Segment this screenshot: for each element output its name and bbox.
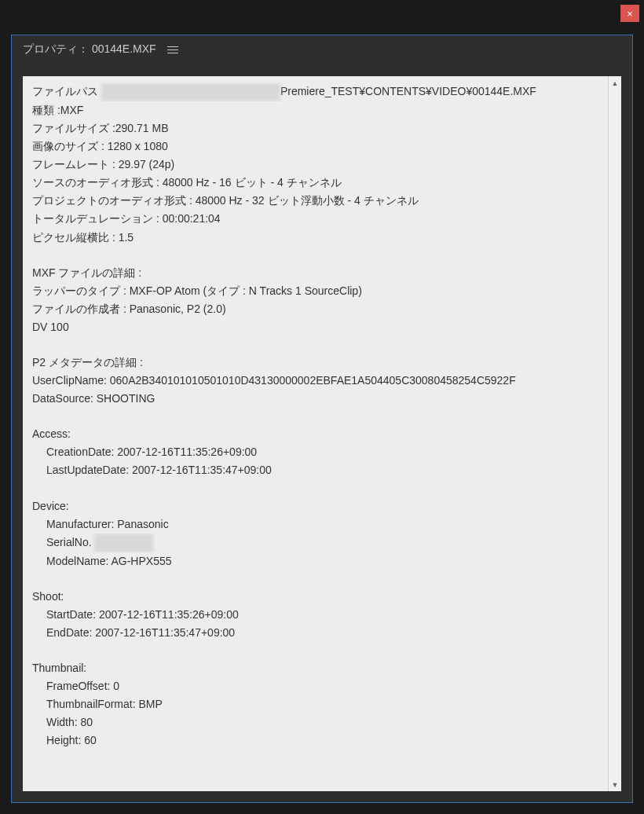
access-header: Access: [32, 425, 598, 443]
file-size-line: ファイルサイズ :290.71 MB [32, 119, 598, 138]
manufacturer-line: Manufacturer: Panasonic [32, 515, 598, 534]
last-update-line: LastUpdateDate: 2007-12-16T11:35:47+09:0… [32, 461, 598, 479]
project-audio-line: プロジェクトのオーディオ形式 : 48000 Hz - 32 ビット浮動小数 -… [32, 192, 598, 210]
data-source-line: DataSource: SHOOTING [32, 390, 598, 408]
serial-line: SerialNo. XXXXXXXX [32, 534, 598, 552]
type-line: 種類 :MXF [32, 101, 598, 119]
frame-offset-line: FrameOffset: 0 [32, 677, 598, 695]
properties-text: ファイルパス XXXXXXXXX XXXXXXXXXXXXXXXPremiere… [23, 76, 608, 791]
redacted-serial: XXXXXXXX [94, 534, 153, 552]
dv100-line: DV 100 [32, 318, 598, 336]
scroll-up-arrow-icon[interactable]: ▲ [609, 76, 621, 90]
scroll-down-arrow-icon[interactable]: ▼ [609, 778, 621, 791]
creation-date-line: CreationDate: 2007-12-16T11:35:26+09:00 [32, 443, 598, 461]
thumbnail-height-line: Height: 60 [32, 732, 598, 750]
end-date-line: EndDate: 2007-12-16T11:35:47+09:00 [32, 624, 598, 642]
close-button[interactable]: × [620, 5, 639, 22]
vertical-scrollbar[interactable]: ▲ ▼ [608, 76, 621, 791]
properties-dialog: × プロパティ： 00144E.MXF ファイルパス XXXXXXXXX XXX… [0, 0, 644, 814]
panel-title: プロパティ： 00144E.MXF [23, 42, 156, 57]
image-size-line: 画像のサイズ : 1280 x 1080 [32, 138, 598, 156]
redacted-path-segment: XXXXXXXXX XXXXXXXXXXXXXXX [101, 83, 280, 101]
device-header: Device: [32, 497, 598, 515]
file-path-tail: Premiere_TEST¥CONTENTS¥VIDEO¥00144E.MXF [280, 85, 536, 97]
start-date-line: StartDate: 2007-12-16T11:35:26+09:00 [32, 606, 598, 624]
pixel-aspect-line: ピクセル縦横比 : 1.5 [32, 229, 598, 247]
user-clip-name-line: UserClipName: 060A2B340101010501010D4313… [32, 372, 598, 390]
wrapper-type-line: ラッパーのタイプ : MXF-OP Atom (タイプ : N Tracks 1… [32, 282, 598, 300]
close-icon: × [627, 8, 633, 20]
thumbnail-format-line: ThumbnailFormat: BMP [32, 695, 598, 713]
content-wrap: ファイルパス XXXXXXXXX XXXXXXXXXXXXXXXPremiere… [23, 76, 621, 791]
model-name-line: ModelName: AG-HPX555 [32, 552, 598, 570]
thumbnail-width-line: Width: 80 [32, 713, 598, 732]
properties-panel: プロパティ： 00144E.MXF ファイルパス XXXXXXXXX XXXXX… [11, 35, 633, 803]
serial-label: SerialNo. [46, 536, 92, 548]
file-creator-line: ファイルの作成者 : Panasonic, P2 (2.0) [32, 300, 598, 318]
panel-menu-icon[interactable] [167, 44, 178, 55]
p2-section-title: P2 メタデータの詳細 : [32, 354, 598, 372]
shoot-header: Shoot: [32, 588, 598, 606]
file-path-label: ファイルパス [32, 85, 98, 97]
file-path-line: ファイルパス XXXXXXXXX XXXXXXXXXXXXXXXPremiere… [32, 82, 598, 101]
total-duration-line: トータルデュレーション : 00:00:21:04 [32, 210, 598, 228]
frame-rate-line: フレームレート : 29.97 (24p) [32, 156, 598, 174]
thumbnail-header: Thumbnail: [32, 659, 598, 677]
mxf-section-title: MXF ファイルの詳細 : [32, 264, 598, 282]
source-audio-line: ソースのオーディオ形式 : 48000 Hz - 16 ビット - 4 チャンネ… [32, 174, 598, 192]
panel-header: プロパティ： 00144E.MXF [12, 35, 632, 64]
